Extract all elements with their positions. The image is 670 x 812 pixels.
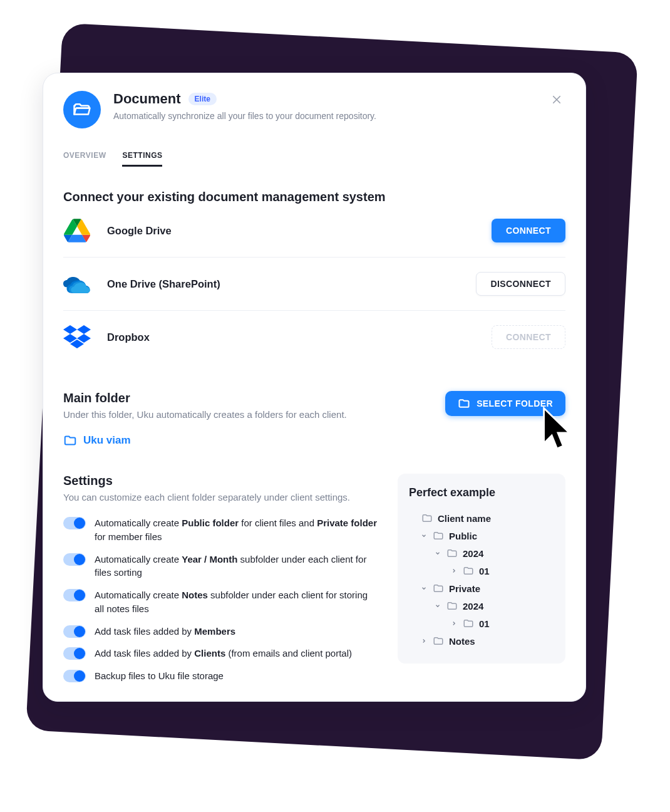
settings-section: Settings You can customize each client f… — [63, 474, 379, 683]
tree-row-client: Client name — [409, 509, 554, 527]
tree-label: Public — [449, 531, 477, 541]
setting-row-year-month: Automatically create Year / Month subfol… — [63, 553, 379, 580]
tree-label: Notes — [449, 636, 475, 647]
provider-name: Dropbox — [107, 331, 492, 343]
cursor-arrow-icon — [540, 406, 575, 456]
toggle-clients[interactable] — [63, 647, 86, 660]
provider-row-onedrive: One Drive (SharePoint) DISCONNECT — [63, 258, 565, 311]
tree-label: Private — [449, 583, 480, 594]
main-folder-desc: Under this folder, Uku automatically cre… — [63, 409, 430, 420]
provider-row-dropbox: Dropbox CONNECT — [63, 311, 565, 363]
tree-label: 2024 — [463, 548, 483, 559]
perfect-example-card: Perfect example Client name Public 2024 — [398, 474, 565, 664]
tree-row-public[interactable]: Public — [409, 527, 554, 544]
document-settings-modal: Document Elite Automatically synchronize… — [43, 73, 586, 702]
setting-row-members: Add task files added by Members — [63, 625, 379, 638]
folder-icon — [463, 565, 474, 576]
close-icon — [551, 94, 562, 105]
modal-title: Document — [113, 91, 181, 107]
chevron-down-icon — [420, 533, 428, 539]
tree-row-month-2[interactable]: 01 — [409, 615, 554, 632]
tabs: OVERVIEW SETTINGS — [63, 146, 565, 167]
tree-label: Client name — [438, 513, 491, 524]
setting-row-clients: Add task files added by Clients (from em… — [63, 647, 379, 660]
provider-name: Google Drive — [107, 225, 492, 237]
tree-label: 01 — [479, 566, 490, 576]
tree-label: 2024 — [463, 601, 483, 612]
tree-row-month[interactable]: 01 — [409, 562, 554, 580]
setting-label: Automatically create Public folder for c… — [95, 516, 379, 544]
tree-row-notes[interactable]: Notes — [409, 632, 554, 650]
folder-icon — [433, 583, 444, 594]
folder-icon — [433, 530, 444, 541]
connect-heading: Connect your existing document managemen… — [63, 190, 565, 204]
setting-label: Add task files added by Clients (from em… — [95, 647, 352, 660]
toggle-year-month[interactable] — [63, 553, 86, 566]
setting-label: Backup files to Uku file storage — [95, 669, 224, 683]
folder-tree: Client name Public 2024 01 — [409, 509, 554, 650]
provider-list: Google Drive CONNECT One Drive (SharePoi… — [63, 204, 565, 363]
current-folder-name: Uku viam — [83, 434, 131, 447]
chevron-down-icon — [434, 550, 441, 556]
toggle-public-private[interactable] — [63, 517, 86, 529]
setting-row-notes: Automatically create Notes subfolder und… — [63, 588, 379, 616]
folder-open-icon — [73, 100, 91, 119]
current-folder-link[interactable]: Uku viam — [63, 434, 430, 447]
folder-icon — [433, 635, 444, 647]
folder-icon — [458, 397, 470, 410]
modal-header: Document Elite Automatically synchronize… — [63, 91, 565, 128]
provider-row-google-drive: Google Drive CONNECT — [63, 204, 565, 258]
toggle-notes[interactable] — [63, 589, 86, 601]
main-folder-heading: Main folder — [63, 391, 430, 405]
folder-icon — [446, 600, 458, 612]
tree-row-year[interactable]: 2024 — [409, 544, 554, 562]
chevron-right-icon — [450, 568, 458, 574]
document-app-icon — [63, 91, 101, 128]
toggle-members[interactable] — [63, 625, 86, 638]
main-folder-section: Main folder Under this folder, Uku autom… — [63, 391, 565, 447]
setting-label: Automatically create Year / Month subfol… — [95, 553, 379, 580]
settings-desc: You can customize each client folder sep… — [63, 492, 379, 502]
folder-icon — [446, 548, 458, 559]
setting-row-backup: Backup files to Uku file storage — [63, 669, 379, 683]
toggle-backup[interactable] — [63, 670, 86, 682]
settings-heading: Settings — [63, 474, 379, 488]
tab-overview[interactable]: OVERVIEW — [63, 146, 106, 167]
connect-button-dropbox: CONNECT — [492, 325, 565, 349]
chevron-down-icon — [420, 585, 428, 591]
plan-badge: Elite — [188, 93, 217, 105]
modal-subtitle: Automatically synchronize all your files… — [113, 111, 548, 121]
chevron-right-icon — [450, 620, 458, 627]
folder-icon — [463, 618, 474, 629]
disconnect-button-onedrive[interactable]: DISCONNECT — [476, 272, 565, 296]
setting-row-public-private: Automatically create Public folder for c… — [63, 516, 379, 544]
tree-row-year-2[interactable]: 2024 — [409, 597, 554, 615]
tree-row-private[interactable]: Private — [409, 580, 554, 597]
chevron-right-icon — [420, 638, 428, 644]
connect-button-google-drive[interactable]: CONNECT — [492, 219, 565, 242]
setting-label: Add task files added by Members — [95, 625, 235, 638]
provider-name: One Drive (SharePoint) — [107, 278, 476, 290]
dropbox-icon — [63, 323, 91, 351]
google-drive-icon — [63, 217, 91, 244]
chevron-down-icon — [434, 603, 441, 609]
folder-icon — [63, 434, 77, 447]
setting-label: Automatically create Notes subfolder und… — [95, 588, 379, 616]
tab-settings[interactable]: SETTINGS — [122, 146, 162, 167]
folder-icon — [421, 513, 433, 524]
tree-label: 01 — [479, 618, 490, 629]
example-heading: Perfect example — [409, 486, 554, 499]
close-button[interactable] — [548, 91, 565, 108]
onedrive-icon — [63, 270, 91, 298]
